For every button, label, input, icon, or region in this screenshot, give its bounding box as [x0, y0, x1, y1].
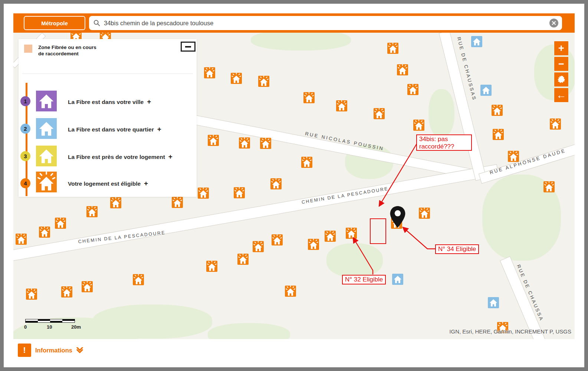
plus-icon[interactable]: +: [147, 98, 151, 105]
search-box: [89, 16, 562, 30]
legend-item-eligible: Votre logement est éligible+: [68, 179, 148, 188]
marker-logement-eligible[interactable]: [260, 138, 271, 149]
plus-icon[interactable]: +: [157, 125, 161, 133]
marker-logement-eligible[interactable]: [550, 118, 561, 130]
france-icon: [556, 75, 566, 84]
marker-logement-eligible[interactable]: [239, 137, 250, 149]
location-pin-icon: [389, 205, 407, 228]
marker-logement-eligible[interactable]: [258, 76, 269, 87]
collapse-legend-button[interactable]: [181, 42, 196, 52]
minus-icon: [185, 46, 191, 48]
marker-logement-eligible[interactable]: [543, 181, 555, 192]
header-bar: Métropole: [13, 13, 575, 33]
marker-logement-eligible[interactable]: [237, 254, 249, 265]
vegetation-patch: [326, 243, 383, 277]
marker-logement-eligible[interactable]: [336, 100, 347, 111]
legend-item-logement: La Fibre est près de votre logement+: [68, 153, 173, 161]
map-canvas[interactable]: RUE NICOLAS POUSSIN CHEMIN DE LA PESCADO…: [13, 33, 575, 339]
marker-logement-eligible[interactable]: [172, 197, 183, 208]
zoom-in-button[interactable]: +: [554, 41, 569, 56]
marker-logement-eligible[interactable]: [407, 84, 418, 95]
step-badge-1: 1: [20, 96, 30, 106]
marker-logement-eligible[interactable]: [285, 286, 296, 297]
marker-logement-eligible[interactable]: [508, 151, 519, 162]
marker-logement-eligible[interactable]: [206, 261, 217, 272]
metropole-button[interactable]: Métropole: [24, 16, 85, 30]
marker-logement-eligible[interactable]: [419, 208, 430, 219]
legend-panel: Zone Fibrée ou en cours de raccordement …: [19, 39, 197, 197]
vegetation-patch: [208, 323, 290, 339]
step-badge-4: 4: [20, 178, 30, 188]
marker-logement-eligible[interactable]: [308, 239, 319, 250]
marker-logement-eligible[interactable]: [16, 234, 27, 245]
close-icon: [552, 21, 556, 25]
vegetation-patch: [251, 33, 351, 51]
marker-fibre-quartier[interactable]: [488, 297, 499, 308]
marker-logement-eligible[interactable]: [346, 228, 357, 239]
marker-logement-eligible[interactable]: [234, 187, 245, 198]
marker-logement-eligible[interactable]: [133, 274, 144, 285]
marker-logement-eligible[interactable]: [492, 105, 503, 116]
marker-logement-eligible[interactable]: [55, 218, 66, 229]
marker-logement-eligible[interactable]: [272, 234, 283, 245]
scale-bar: 0 10 20m: [25, 319, 85, 330]
marker-logement-eligible[interactable]: [198, 188, 209, 199]
clear-search-button[interactable]: [549, 19, 558, 27]
marker-logement-eligible[interactable]: [204, 67, 215, 78]
marker-logement-eligible[interactable]: [303, 92, 315, 103]
marker-logement-eligible[interactable]: [413, 120, 424, 131]
marker-logement-eligible[interactable]: [374, 108, 385, 119]
plus-icon[interactable]: +: [144, 179, 148, 187]
marker-fibre-quartier[interactable]: [471, 36, 482, 47]
marker-logement-eligible[interactable]: [301, 157, 312, 168]
back-button[interactable]: ←: [554, 88, 569, 102]
marker-logement-eligible[interactable]: [493, 129, 504, 140]
legend-item-ville: La Fibre est dans votre ville+: [68, 98, 151, 106]
app-page: Métropole: [4, 4, 584, 367]
annotation-rectangle: [370, 218, 386, 244]
marker-logement-eligible[interactable]: [26, 289, 37, 300]
street-label: RUE ALPHONSE DAUDE: [489, 147, 566, 175]
marker-logement-eligible[interactable]: [86, 206, 98, 217]
marker-logement-eligible[interactable]: [82, 281, 93, 292]
france-extent-button[interactable]: [554, 72, 569, 87]
annotation-n32: N° 32 Eligible: [342, 275, 386, 284]
window-frame: Métropole: [0, 0, 588, 371]
house-icon-logement: [36, 146, 57, 166]
marker-logement-eligible[interactable]: [397, 64, 408, 75]
marker-logement-eligible[interactable]: [253, 241, 264, 252]
marker-logement-eligible[interactable]: [231, 73, 242, 84]
annotation-n34: N° 34 Eligible: [435, 244, 479, 254]
zone-fibree-swatch: [24, 45, 32, 53]
plus-icon[interactable]: +: [168, 153, 173, 160]
informations-toggle[interactable]: Informations: [35, 344, 83, 357]
divider: [22, 74, 193, 74]
marker-logement-eligible[interactable]: [208, 135, 219, 146]
marker-fibre-quartier[interactable]: [392, 274, 403, 285]
marker-logement-eligible[interactable]: [387, 43, 398, 54]
zoom-out-button[interactable]: −: [554, 56, 569, 71]
marker-logement-eligible[interactable]: [110, 197, 121, 208]
marker-logement-eligible[interactable]: [325, 231, 336, 242]
house-icon-quartier: [36, 118, 57, 139]
marker-logement-eligible[interactable]: [61, 286, 72, 297]
house-icon-ville: [36, 91, 57, 111]
annotation-note: 34bis: pas raccordé???: [416, 134, 472, 151]
vegetation-patch: [428, 89, 454, 137]
step-badge-2: 2: [20, 124, 30, 134]
search-input[interactable]: [104, 20, 549, 27]
search-icon: [93, 20, 100, 26]
marker-logement-eligible[interactable]: [39, 227, 50, 238]
house-icon-eligible: [36, 172, 57, 192]
step-badge-3: 3: [20, 151, 30, 161]
legend-item-quartier: La Fibre est dans votre quartier+: [68, 125, 161, 133]
chevron-down-icon: [76, 347, 83, 353]
map-controls: + − ←: [554, 41, 569, 103]
zone-fibree-label: Zone Fibrée ou en cours de raccordement: [38, 44, 96, 57]
info-exclamation-icon: !: [18, 344, 31, 357]
marker-fibre-quartier[interactable]: [480, 85, 492, 96]
map-attribution: IGN, Esri, HERE, Garmin, INCREMENT P, US…: [449, 328, 571, 335]
marker-logement-eligible[interactable]: [270, 178, 282, 189]
